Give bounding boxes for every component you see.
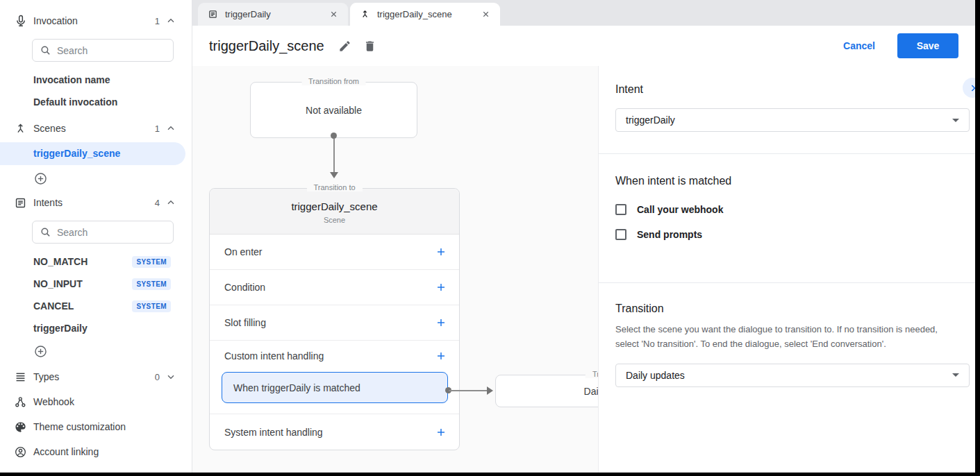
- row-on-enter[interactable]: On enter: [210, 235, 459, 270]
- close-icon[interactable]: [479, 8, 492, 21]
- page-title: triggerDaily_scene: [209, 38, 324, 54]
- connector-dot: [331, 133, 337, 139]
- section-label: Types: [33, 371, 59, 382]
- close-icon[interactable]: [327, 8, 340, 21]
- add-icon[interactable]: [435, 282, 447, 293]
- sidebar-link-label: Account linking: [33, 446, 99, 457]
- intent-label: CANCEL: [33, 300, 74, 312]
- microphone-icon: [14, 14, 28, 28]
- transition-to-legend: Transition to: [306, 183, 362, 192]
- services-gear-icon: [14, 470, 28, 473]
- sidebar-section-invocation[interactable]: Invocation 1: [0, 12, 192, 29]
- sidebar-item-account-linking[interactable]: Account linking: [0, 439, 192, 464]
- sidebar-link-label: Theme customization: [33, 421, 126, 432]
- connector-line-vertical: [333, 139, 335, 173]
- row-custom-intent-handling[interactable]: Custom intent handling: [210, 341, 459, 371]
- sidebar-link-label: Webhook: [33, 396, 74, 407]
- connector-arrowhead-down: [330, 172, 338, 178]
- row-system-intent-handling[interactable]: System intent handling: [210, 414, 459, 450]
- sidebar-item-theme-customization[interactable]: Theme customization: [0, 414, 192, 439]
- delete-icon[interactable]: [363, 39, 377, 53]
- sidebar-item-backend-services[interactable]: Backend services: [0, 464, 192, 473]
- article-icon: [14, 196, 28, 210]
- tab-triggerdaily-scene[interactable]: triggerDaily_scene: [350, 3, 500, 26]
- screenshot-frame: Invocation 1 Invocation name Default inv…: [0, 0, 980, 476]
- add-intent-button[interactable]: [33, 342, 192, 360]
- dropdown-caret-icon: [952, 373, 959, 377]
- transition-from-box: Transition from Not available: [250, 82, 417, 138]
- scene-card: Transition to triggerDaily_scene Scene O…: [209, 188, 460, 450]
- sidebar-item-webhook[interactable]: Webhook: [0, 389, 192, 414]
- row-label: System intent handling: [224, 427, 323, 438]
- sidebar: Invocation 1 Invocation name Default inv…: [0, 0, 192, 473]
- transition-description: Select the scene you want the dialogue t…: [615, 323, 958, 352]
- invocation-search-input[interactable]: [57, 45, 154, 56]
- intent-label: NO_INPUT: [33, 278, 83, 289]
- checkbox-label: Call your webhook: [637, 204, 723, 215]
- intent-heading: Intent: [615, 66, 975, 96]
- checkbox-unchecked[interactable]: [615, 229, 626, 240]
- row-label: Slot filling: [224, 317, 266, 328]
- transition-section: Transition Select the scene you want the…: [599, 283, 975, 387]
- tab-triggerdaily[interactable]: triggerDaily: [198, 3, 348, 26]
- section-count: 0: [155, 372, 160, 382]
- system-badge: SYSTEM: [132, 256, 171, 268]
- add-scene-button[interactable]: [33, 169, 192, 187]
- sidebar-item-no-input[interactable]: NO_INPUT SYSTEM: [0, 273, 192, 295]
- search-icon: [40, 44, 51, 56]
- section-count: 4: [155, 198, 160, 208]
- sidebar-item-default-invocation[interactable]: Default invocation: [0, 91, 192, 113]
- chevron-down-icon: [165, 371, 176, 382]
- sidebar-item-triggerdaily-scene[interactable]: triggerDaily_scene: [0, 142, 185, 165]
- checkbox-unchecked[interactable]: [615, 204, 626, 215]
- intents-search[interactable]: [32, 221, 174, 244]
- intent-section: Intent triggerDaily: [599, 66, 975, 154]
- main-area: triggerDaily triggerDaily_scene triggerD…: [192, 0, 975, 473]
- add-icon[interactable]: [435, 427, 447, 438]
- add-icon[interactable]: [435, 246, 447, 257]
- add-circle-icon: [33, 344, 48, 359]
- cancel-button[interactable]: Cancel: [835, 35, 883, 57]
- sidebar-item-triggerdaily[interactable]: triggerDaily: [0, 317, 192, 339]
- intents-search-input[interactable]: [57, 227, 154, 238]
- intent-select-value: triggerDaily: [626, 114, 675, 126]
- save-button[interactable]: Save: [897, 33, 958, 58]
- sidebar-section-scenes[interactable]: Scenes 1: [0, 120, 192, 137]
- chevron-up-icon: [165, 15, 176, 26]
- invocation-search[interactable]: [32, 39, 174, 62]
- sidebar-section-intents[interactable]: Intents 4: [0, 194, 192, 211]
- add-icon[interactable]: [435, 350, 447, 362]
- sidebar-item-invocation-name[interactable]: Invocation name: [0, 69, 192, 91]
- tab-label: triggerDaily: [225, 9, 271, 19]
- selected-intent-handler[interactable]: When triggerDaily is matched: [222, 372, 448, 403]
- connector-arrowhead-right: [487, 386, 493, 395]
- section-count: 1: [155, 124, 160, 134]
- scene-card-title: triggerDaily_scene: [217, 201, 452, 212]
- row-condition[interactable]: Condition: [210, 270, 459, 305]
- system-badge: SYSTEM: [132, 278, 171, 290]
- app-window: Invocation 1 Invocation name Default inv…: [0, 0, 975, 473]
- handler-label: When triggerDaily is matched: [233, 382, 360, 393]
- palette-icon: [14, 420, 28, 434]
- content-area: Transition from Not available Transition…: [192, 66, 975, 473]
- sidebar-item-no-match[interactable]: NO_MATCH SYSTEM: [0, 250, 192, 273]
- call-webhook-option[interactable]: Call your webhook: [615, 204, 975, 215]
- transition-select-value: Daily updates: [626, 370, 685, 381]
- row-slot-filling[interactable]: Slot filling: [210, 305, 459, 341]
- transition-target-content: Daily updates: [584, 386, 598, 397]
- tab-label: triggerDaily_scene: [377, 9, 452, 19]
- list-icon: [14, 370, 28, 384]
- edit-icon[interactable]: [338, 39, 352, 53]
- chevron-up-icon: [165, 123, 176, 134]
- section-label: Invocation: [33, 15, 78, 26]
- sidebar-section-types[interactable]: Types 0: [0, 368, 192, 385]
- add-icon[interactable]: [435, 317, 447, 328]
- send-prompts-option[interactable]: Send prompts: [615, 229, 975, 240]
- intent-editor-panel: Intent triggerDaily When intent is match…: [598, 66, 975, 473]
- intent-select[interactable]: triggerDaily: [615, 108, 970, 132]
- webhook-icon: [14, 395, 28, 409]
- transition-select[interactable]: Daily updates: [615, 364, 970, 387]
- sidebar-item-cancel[interactable]: CANCEL SYSTEM: [0, 295, 192, 317]
- scene-icon: [360, 9, 370, 19]
- article-icon: [208, 9, 218, 19]
